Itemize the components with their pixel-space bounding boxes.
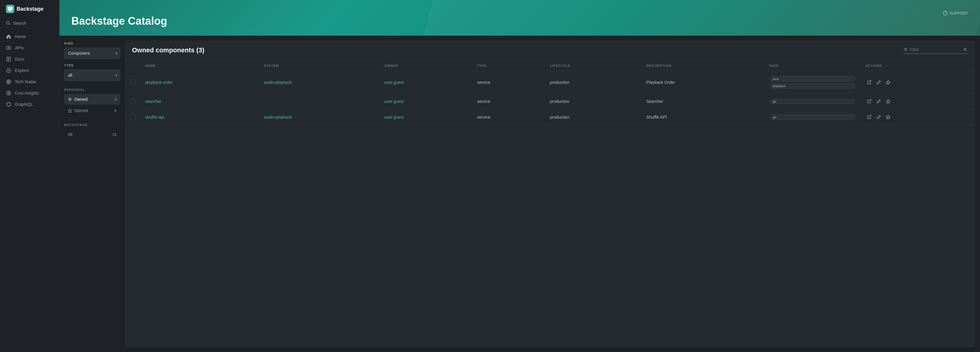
col-owner[interactable]: OWNER <box>379 61 472 72</box>
cell-actions-2 <box>861 94 975 110</box>
sidebar-item-cost-insights[interactable]: Cost Insights <box>0 88 59 99</box>
cell-type-1: service <box>473 72 545 94</box>
sidebar-item-tech-radar[interactable]: Tech Radar <box>0 76 59 88</box>
svg-marker-25 <box>886 100 890 104</box>
filter-all[interactable]: All 15 <box>64 129 120 140</box>
catalog-table: NAME SYSTEM OWNER TYPE LIFECYCLE DESCRIP… <box>125 61 975 125</box>
tag-playback[interactable]: playback <box>770 83 856 89</box>
star-outline-icon <box>886 115 891 119</box>
owner-link-3[interactable]: user:guest <box>384 115 404 119</box>
row-checkbox-cell <box>125 72 140 94</box>
row-checkbox-2[interactable] <box>130 99 135 104</box>
system-link-audio-playback-3[interactable]: audio-playback <box>264 115 292 119</box>
svg-point-8 <box>8 81 9 82</box>
sidebar-item-docs[interactable]: Docs <box>0 54 59 65</box>
open-external-icon <box>867 115 872 119</box>
filter-starred[interactable]: Starred 0 <box>64 105 120 116</box>
sidebar-item-label-home: Home <box>15 34 26 39</box>
edit-button-2[interactable] <box>875 98 882 105</box>
open-in-new-button-1[interactable] <box>865 79 873 86</box>
sidebar-item-apis[interactable]: APIs <box>0 42 59 54</box>
svg-marker-10 <box>7 102 10 107</box>
owner-link-2[interactable]: user:guest <box>384 99 404 104</box>
col-system[interactable]: SYSTEM <box>259 61 380 72</box>
personal-section-label: PERSONAL <box>64 86 120 93</box>
cell-system-2 <box>259 94 380 110</box>
svg-marker-20 <box>68 109 72 113</box>
backstage-logo-icon <box>6 5 14 13</box>
svg-point-13 <box>10 105 11 105</box>
col-name[interactable]: NAME <box>140 61 259 72</box>
row-checkbox-cell <box>125 110 140 125</box>
sidebar-item-graphiql[interactable]: GraphiQL <box>0 99 59 110</box>
cell-type-3: service <box>473 110 545 125</box>
kind-filter-label: Kind <box>64 41 120 45</box>
cell-tags-3: go <box>764 110 861 125</box>
tags-container-3: go <box>769 114 856 120</box>
col-lifecycle[interactable]: LIFECYCLE <box>545 61 642 72</box>
sidebar-item-explore[interactable]: Explore <box>0 65 59 76</box>
cell-description-3: Shuffle API <box>642 110 764 125</box>
sidebar-item-label-graphiql: GraphiQL <box>15 102 33 107</box>
cell-name-1: playback-order <box>140 72 259 94</box>
backstage-section-label: BACKSTAGE <box>64 121 120 128</box>
tag-go-1[interactable]: go <box>770 99 856 104</box>
kind-select-wrapper: Component API Library Template ▾ <box>64 48 120 59</box>
svg-point-14 <box>8 106 9 107</box>
edit-icon <box>876 80 881 85</box>
open-in-new-button-2[interactable] <box>865 98 873 105</box>
star-button-1[interactable] <box>885 79 892 86</box>
table-filter-input[interactable] <box>910 47 962 52</box>
cell-actions-3 <box>861 110 975 125</box>
graphql-icon <box>6 102 11 107</box>
filter-clear-button[interactable]: ✕ <box>962 47 968 53</box>
cell-lifecycle-3: production <box>545 110 642 125</box>
cell-tags-2: go <box>764 94 861 110</box>
svg-point-1 <box>6 21 10 24</box>
support-button[interactable]: ? SUPPORT <box>943 11 968 16</box>
star-button-2[interactable] <box>885 98 892 105</box>
col-description[interactable]: DESCRIPTION <box>642 61 764 72</box>
filter-owned[interactable]: Owned 3 <box>64 94 120 105</box>
filter-all-label: All <box>68 132 73 137</box>
row-checkbox-3[interactable] <box>130 114 135 120</box>
content-area: Kind Component API Library Template ▾ Ty… <box>59 36 980 352</box>
star-button-3[interactable] <box>885 113 892 121</box>
filter-owned-count: 3 <box>115 97 116 102</box>
sidebar: Backstage Search Home APIs D <box>0 0 59 352</box>
sidebar-item-label-cost-insights: Cost Insights <box>15 91 39 96</box>
cell-system-3: audio-playback <box>259 110 380 125</box>
sidebar-item-home[interactable]: Home <box>0 31 59 42</box>
entity-link-playback-order[interactable]: playback-order <box>145 80 173 85</box>
sidebar-search-label: Search <box>13 21 26 25</box>
col-type[interactable]: TYPE <box>473 61 545 72</box>
system-link-audio-playback-1[interactable]: audio-playback <box>264 80 292 85</box>
svg-point-15 <box>6 105 7 105</box>
filter-icon <box>903 47 908 52</box>
kind-select[interactable]: Component API Library Template <box>64 48 120 59</box>
owner-link-1[interactable]: user:guest <box>384 80 404 85</box>
col-checkbox <box>125 61 140 72</box>
filter-starred-count: 0 <box>115 108 116 113</box>
cell-owner-2: user:guest <box>379 94 472 110</box>
entity-link-searcher[interactable]: searcher <box>145 99 161 104</box>
api-icon <box>6 45 11 51</box>
tag-java[interactable]: java <box>770 76 856 81</box>
edit-icon <box>876 115 881 119</box>
sidebar-logo[interactable]: Backstage <box>0 0 59 18</box>
type-select[interactable]: all service website library <box>64 70 120 81</box>
star-icon <box>68 108 72 113</box>
edit-button-3[interactable] <box>875 113 882 121</box>
table-row: shuffle-api audio-playback user:guest se… <box>125 110 975 125</box>
edit-button-1[interactable] <box>875 79 882 86</box>
row-checkbox-1[interactable] <box>130 80 135 85</box>
type-filter-label: Type <box>64 64 120 67</box>
tag-go-2[interactable]: go <box>770 115 856 120</box>
open-in-new-button-3[interactable] <box>865 113 873 121</box>
filter-panel: Kind Component API Library Template ▾ Ty… <box>59 36 125 352</box>
sidebar-search-button[interactable]: Search <box>0 18 59 29</box>
entity-link-shuffle-api[interactable]: shuffle-api <box>145 115 164 119</box>
table-header: Owned components (3) ✕ <box>125 40 975 61</box>
col-tags[interactable]: TAGS <box>764 61 861 72</box>
actions-container-1 <box>865 79 970 86</box>
